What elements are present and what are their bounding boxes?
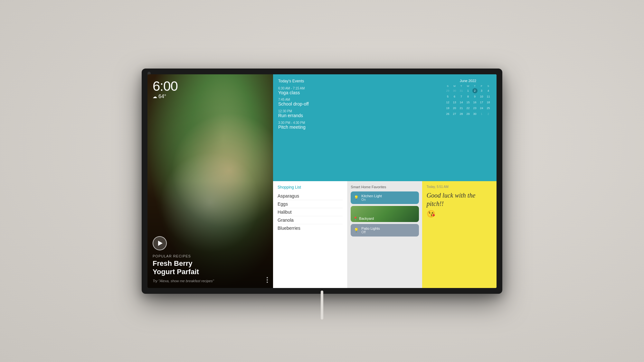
event-time: 6:30 AM - 7:15 AM — [278, 87, 440, 90]
mini-calendar: June 2022 S M T W T F S 29 30 31 1 2 3 — [445, 79, 491, 177]
device-info: Patio Lights Off — [361, 227, 415, 234]
device-frame: 6:00 ☁ 64° Popular Recipes Fresh Berry Y… — [142, 69, 502, 294]
note-panel: Today, 5:51 AM Good luck with the pitch!… — [422, 181, 497, 288]
bulb-icon: 💡 — [354, 228, 359, 232]
power-cable — [321, 291, 323, 320]
smarthome-title: Smart Home Favorites — [351, 185, 419, 189]
calendar-panel: Today's Events 6:30 AM - 7:15 AM Yoga cl… — [273, 74, 497, 181]
temperature: 64° — [158, 94, 166, 99]
play-button[interactable] — [153, 236, 167, 250]
popular-label: Popular Recipes — [153, 254, 268, 258]
calendar-month-label: June 2022 — [445, 79, 491, 83]
shopping-list-title: Shopping List — [278, 185, 343, 190]
note-content: Good luck with the pitch!! — [427, 191, 492, 208]
time-weather: 6:00 ☁ 64° — [153, 79, 268, 99]
smarthome-panel: Smart Home Favorites 💡 Kitchen Light On … — [347, 181, 422, 288]
shopping-item[interactable]: Granola — [278, 216, 343, 224]
event-time: 12:30 PM — [278, 109, 440, 113]
time-display: 6:00 — [153, 79, 268, 93]
weather-icon: ☁ — [153, 94, 157, 99]
more-options[interactable] — [267, 277, 268, 283]
event-item[interactable]: 6:30 AM - 7:15 AM Yoga class — [278, 87, 440, 96]
recipe-title: Fresh Berry Yogurt Parfait — [153, 259, 268, 276]
device-status: On — [361, 198, 415, 201]
bulb-icon: 💡 — [354, 195, 359, 200]
weather-display: ☁ 64° — [153, 94, 268, 99]
event-name: Run errands — [278, 113, 440, 118]
device-info: Kitchen Light On — [361, 194, 415, 201]
media-panel: 6:00 ☁ 64° Popular Recipes Fresh Berry Y… — [147, 74, 273, 288]
calendar-grid: S M T W T F S 29 30 31 1 2 3 4 5 — [445, 85, 491, 116]
event-time: 7:45 AM — [278, 98, 440, 101]
screen: 6:00 ☁ 64° Popular Recipes Fresh Berry Y… — [147, 74, 497, 288]
event-item[interactable]: 3:30 PM - 4:30 PM Pitch meeting — [278, 121, 440, 130]
note-timestamp: Today, 5:51 AM — [427, 185, 492, 189]
shopping-item[interactable]: Eggs — [278, 200, 343, 208]
patio-lights-card[interactable]: 💡 Patio Lights Off — [351, 224, 419, 237]
play-icon — [158, 241, 163, 246]
note-emoji: 😘 — [427, 210, 492, 218]
location-icon: 📍 — [353, 217, 358, 221]
media-bottom: Popular Recipes Fresh Berry Yogurt Parfa… — [153, 236, 268, 283]
events-section: Today's Events 6:30 AM - 7:15 AM Yoga cl… — [278, 79, 440, 177]
event-time: 3:30 PM - 4:30 PM — [278, 121, 440, 125]
backyard-label: 📍 Backyard — [353, 217, 374, 221]
device-name: Patio Lights — [361, 227, 415, 230]
shopping-item[interactable]: Asparagus — [278, 192, 343, 200]
device-status: Off — [361, 230, 415, 234]
shopping-panel: Shopping List Asparagus Eggs Halibut Gra… — [273, 181, 347, 288]
event-name: Yoga class — [278, 90, 440, 96]
event-item[interactable]: 12:30 PM Run errands — [278, 109, 440, 118]
event-item[interactable]: 7:45 AM School drop-off — [278, 98, 440, 107]
shopping-item[interactable]: Halibut — [278, 208, 343, 216]
kitchen-light-card[interactable]: 💡 Kitchen Light On — [351, 191, 419, 204]
bottom-panels: Shopping List Asparagus Eggs Halibut Gra… — [273, 181, 497, 288]
event-name: School drop-off — [278, 101, 440, 107]
shopping-item[interactable]: Blueberries — [278, 224, 343, 232]
alexa-hint: Try "Alexa, show me breakfast recipes" — [153, 279, 268, 283]
events-title: Today's Events — [278, 79, 440, 83]
device-name: Kitchen Light — [361, 194, 415, 198]
backyard-card[interactable]: 📍 Backyard — [351, 206, 419, 222]
event-name: Pitch meeting — [278, 125, 440, 130]
